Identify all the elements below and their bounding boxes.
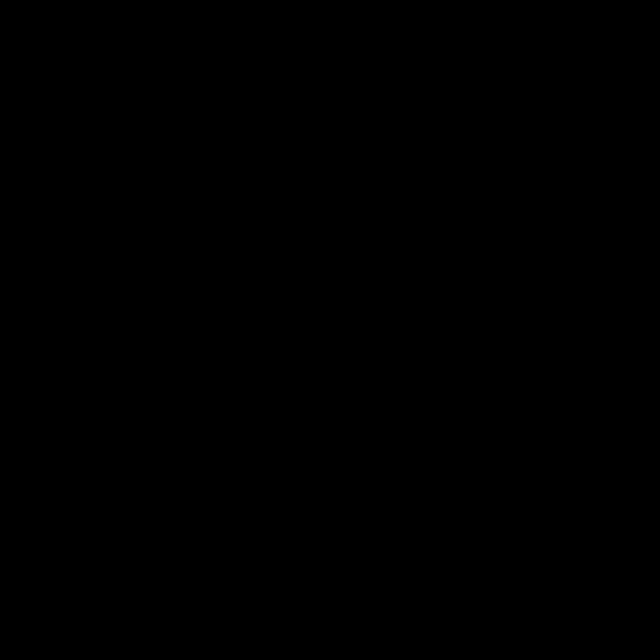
chart-frame bbox=[0, 0, 644, 644]
curve-layer bbox=[24, 24, 620, 620]
plot-area bbox=[24, 24, 620, 620]
